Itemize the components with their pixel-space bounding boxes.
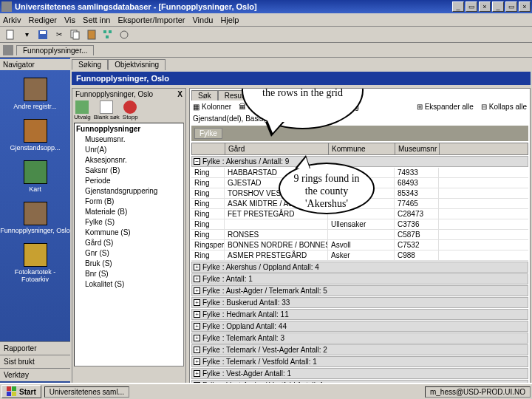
- group-row[interactable]: +Fylke : Vest-Agder Antall: 1: [191, 368, 528, 379]
- cell-gard: [225, 219, 328, 229]
- expand-group-icon[interactable]: +: [194, 276, 200, 282]
- col-gard[interactable]: Gård: [225, 143, 329, 154]
- tree-node[interactable]: Unr(A): [76, 145, 182, 155]
- expand-group-icon[interactable]: +: [194, 311, 200, 318]
- tree-node[interactable]: Kommune (S): [76, 228, 182, 238]
- menu-eksporter[interactable]: Eksporter/Importer: [117, 16, 185, 24]
- expand-group-icon[interactable]: +: [194, 323, 200, 330]
- maximize-button[interactable]: ▭: [466, 1, 477, 12]
- expand-group-icon[interactable]: +: [194, 299, 200, 306]
- nav-item-kart[interactable]: Kart: [0, 160, 70, 193]
- expand-group-icon[interactable]: +: [194, 347, 200, 353]
- tree-tool-stopp[interactable]: Stopp: [123, 100, 138, 120]
- vase-icon: [24, 119, 47, 143]
- taskbar-app-button[interactable]: Universitetenes saml...: [44, 386, 129, 398]
- group-row[interactable]: +Fylke : Hedmark Antall: 11: [191, 309, 528, 320]
- group-drop-zone[interactable]: Fylke: [191, 126, 528, 141]
- toolbar-new-icon[interactable]: [3, 28, 18, 41]
- tree-tool-utvalg[interactable]: Utvalg: [74, 100, 91, 120]
- nav-verktoy[interactable]: Verktøy: [0, 368, 70, 381]
- tree-node[interactable]: Periode: [76, 176, 182, 186]
- group-row[interactable]: +Fylke : Buskerud Antall: 33: [191, 297, 528, 308]
- nav-item-foto[interactable]: Fotokartotek - Fotoarkiv: [0, 243, 70, 283]
- tab-soking[interactable]: Søking: [72, 59, 108, 70]
- menu-rediger[interactable]: Rediger: [28, 16, 57, 24]
- child-maximize-button[interactable]: ▭: [505, 1, 517, 12]
- expand-group-icon[interactable]: +: [194, 335, 200, 341]
- tree-node[interactable]: Gård (S): [76, 238, 182, 248]
- group-chip[interactable]: Fylke: [194, 128, 222, 139]
- tree-node[interactable]: Gjenstandsgruppering: [76, 186, 182, 197]
- group-row[interactable]: +Fylke : Antall: 1: [191, 273, 528, 284]
- document-tab[interactable]: Funnopplysninger...: [16, 45, 94, 55]
- group-row-akershus[interactable]: − Fylke : Akershus / Antall: 9: [191, 156, 528, 167]
- menu-hjelp[interactable]: Hjelp: [220, 16, 239, 24]
- start-button[interactable]: Start: [1, 385, 41, 398]
- col-museum[interactable]: Museumsnr: [395, 143, 440, 154]
- tree-node[interactable]: Form (B): [76, 197, 182, 207]
- tree-node[interactable]: Materiale (B): [76, 207, 182, 217]
- table-row[interactable]: RingASMER PRESTEGÅRDAskerC988: [191, 250, 528, 261]
- tree-node[interactable]: Museumsnr.: [76, 134, 182, 145]
- tree-root[interactable]: Funnopplysninger: [76, 125, 182, 133]
- minimize-button[interactable]: _: [452, 1, 464, 12]
- nav-item-funn[interactable]: Funnopplysninger, Oslo: [0, 202, 70, 234]
- menu-settinn[interactable]: Sett inn: [83, 16, 110, 24]
- expand-group-icon[interactable]: +: [194, 370, 200, 377]
- field-tree[interactable]: Funnopplysninger Museumsnr.Unr(A)Aksesjo…: [74, 123, 184, 366]
- tab-objektvisning[interactable]: Objektvisning: [108, 59, 166, 70]
- tree-node[interactable]: Bruk (S): [76, 259, 182, 269]
- toolbar-tree-icon[interactable]: [100, 28, 115, 41]
- child-minimize-button[interactable]: _: [492, 1, 504, 12]
- table-row[interactable]: RingFET PRESTEGÅRDC28473: [191, 209, 528, 219]
- menu-vindu[interactable]: Vindu: [192, 16, 213, 24]
- grid-tool-kolonner[interactable]: ▦Kolonner: [193, 103, 231, 111]
- grid-tool-expand[interactable]: ⊞Ekspander alle: [417, 103, 474, 111]
- close-button[interactable]: ×: [479, 1, 491, 12]
- expand-group-icon[interactable]: +: [194, 287, 200, 294]
- app-icon: [1, 1, 12, 12]
- expand-group-icon[interactable]: +: [194, 264, 200, 270]
- expand-group-icon[interactable]: +: [194, 358, 200, 365]
- nav-label: Gjenstandsopp...: [0, 144, 70, 151]
- cell-museum: C3736: [395, 219, 439, 229]
- collapse-group-icon[interactable]: −: [194, 158, 200, 165]
- group-row[interactable]: +Fylke : Telemark / Vestfold Antall: 1: [191, 356, 528, 367]
- tree-tool-blank[interactable]: Blank søk: [94, 100, 120, 120]
- table-row[interactable]: RingRONSESC587B: [191, 230, 528, 240]
- table-row[interactable]: RingUllensakerC3736: [191, 219, 528, 230]
- tree-close-button[interactable]: X: [177, 90, 183, 98]
- group-row[interactable]: +Fylke : Telemark / Vest-Agder Antall: 2: [191, 344, 528, 355]
- nav-item-andre[interactable]: Andre registr...: [0, 78, 70, 110]
- grid-tool-collapse[interactable]: ⊟Kollaps alle: [481, 103, 527, 111]
- group-row[interactable]: +Fylke : Aust-Agder / Telemark Antall: 5: [191, 285, 528, 296]
- toolbar-dropdown-icon[interactable]: ▾: [19, 28, 34, 41]
- group-row[interactable]: +Fylke : Akershus / Oppland Antall: 4: [191, 262, 528, 273]
- col-type[interactable]: [192, 143, 225, 154]
- tree-node[interactable]: Bnr (S): [76, 269, 182, 279]
- group-label: Fylke : Oppland Antall: 44: [202, 322, 287, 330]
- toolbar-paste-icon[interactable]: [84, 28, 99, 41]
- toolbar-extra-icon[interactable]: [117, 28, 132, 41]
- tree-node[interactable]: Aksesjonsnr.: [76, 155, 182, 166]
- nav-sistbrukt[interactable]: Sist brukt: [0, 355, 70, 368]
- table-row[interactable]: RingspenneBONNES NORDRE / BONNESAsvollC7…: [191, 240, 528, 250]
- group-row[interactable]: +Fylke : Telemark Antall: 3: [191, 332, 528, 344]
- toolbar-copy-icon[interactable]: [68, 28, 83, 41]
- tree-node[interactable]: Gnr (S): [76, 248, 182, 259]
- toolbar-cut-icon[interactable]: ✂: [52, 28, 66, 41]
- tree-node[interactable]: Saksnr (B): [76, 166, 182, 176]
- child-close-button[interactable]: ×: [519, 1, 531, 12]
- col-kommune[interactable]: Kommune: [329, 143, 395, 154]
- gtab-sok[interactable]: Søk: [191, 90, 218, 100]
- nav-item-gjenstand[interactable]: Gjenstandsopp...: [0, 119, 70, 151]
- tree-node[interactable]: Fylke (S): [76, 217, 182, 228]
- group-row[interactable]: +Fylke : Oppland Antall: 44: [191, 321, 528, 332]
- callout-9rings: 9 rings found in the county 'Akershus': [279, 163, 375, 214]
- svg-rect-10: [7, 386, 11, 391]
- tree-node[interactable]: Lokalitet (S): [76, 279, 182, 290]
- nav-rapporter[interactable]: Rapporter: [0, 341, 70, 355]
- menu-arkiv[interactable]: Arkiv: [3, 16, 21, 24]
- menu-vis[interactable]: Vis: [64, 16, 75, 24]
- toolbar-save-icon[interactable]: [35, 28, 50, 41]
